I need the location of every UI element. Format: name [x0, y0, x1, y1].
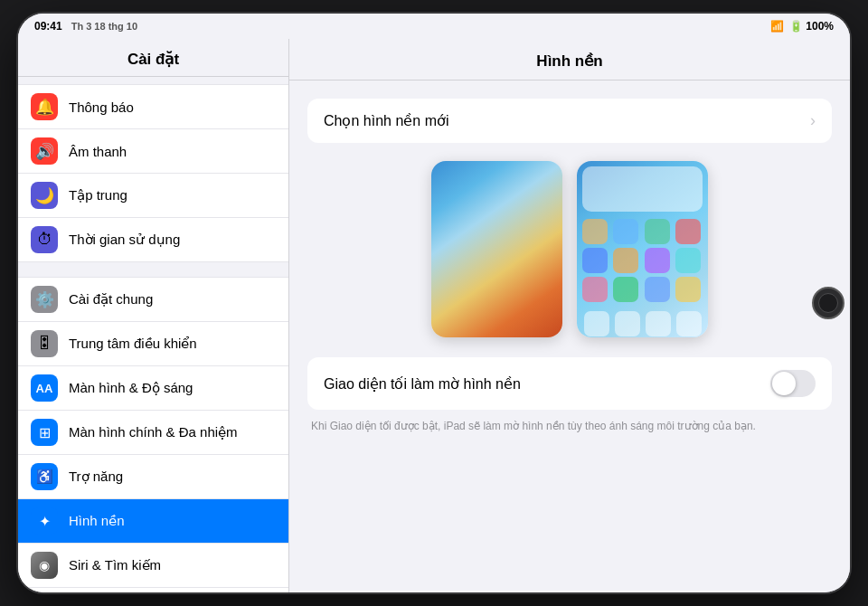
right-panel: Hình nền Chọn hình nền mới › — [289, 39, 850, 592]
home-app-icon — [582, 219, 608, 244]
dock-icon — [584, 311, 609, 336]
home-icon-grid — [582, 219, 703, 302]
dark-mode-description: Khi Giao diện tối được bật, iPad sẽ làm … — [307, 419, 832, 434]
tro-nang-label: Trợ năng — [69, 469, 123, 485]
tro-nang-icon: ♿ — [31, 463, 58, 490]
man-hinh-do-sang-icon: AA — [31, 374, 58, 402]
sidebar-item-cai-dat-chung[interactable]: ⚙️ Cài đặt chung — [18, 277, 288, 322]
am-thanh-label: Âm thanh — [69, 144, 127, 159]
lock-screen-wallpaper — [431, 161, 562, 337]
choose-wallpaper-label: Chọn hình nền mới — [324, 112, 449, 129]
choose-wallpaper-row[interactable]: Chọn hình nền mới › — [307, 99, 832, 143]
home-app-icon — [582, 277, 608, 302]
dock-icon — [676, 311, 702, 336]
sidebar-item-trung-tam[interactable]: 🎛 Trung tâm điều khiển — [18, 322, 288, 366]
hinh-nen-icon: ✦ — [31, 507, 58, 535]
sidebar-item-apple-pencil[interactable]: ✏ Apple Pencil — [18, 588, 288, 592]
home-button[interactable] — [812, 287, 844, 319]
panel-title: Hình nền — [289, 39, 850, 80]
cai-dat-chung-icon: ⚙️ — [31, 286, 58, 313]
home-app-icon — [645, 219, 670, 244]
home-button-inner — [818, 293, 838, 313]
man-hinh-chinh-label: Màn hình chính & Đa nhiệm — [69, 424, 238, 440]
home-app-icon — [675, 277, 701, 302]
sidebar-item-man-hinh-do-sang[interactable]: AA Màn hình & Độ sáng — [18, 366, 288, 411]
wifi-icon: 📶 — [770, 20, 784, 33]
cai-dat-chung-label: Cài đặt chung — [69, 291, 153, 308]
dock-icon — [615, 311, 640, 336]
home-app-icon — [613, 219, 638, 244]
tap-trung-label: Tập trung — [69, 187, 127, 204]
sidebar-item-man-hinh-chinh[interactable]: ⊞ Màn hình chính & Đa nhiệm — [18, 411, 288, 455]
am-thanh-icon: 🔊 — [31, 137, 58, 165]
status-icons: 📶 🔋 100% — [770, 20, 834, 33]
sidebar-item-hinh-nen[interactable]: ✦ Hình nền — [18, 499, 288, 544]
wallpaper-preview — [307, 161, 832, 337]
siri-label: Siri & Tìm kiếm — [69, 557, 161, 573]
ipad-frame: 09:41 Th 3 18 thg 10 📶 🔋 100% Cài đặt 🔔 … — [18, 14, 850, 592]
hinh-nen-label: Hình nền — [69, 513, 125, 529]
home-screen-preview[interactable] — [577, 161, 708, 337]
sidebar-section-2: ⚙️ Cài đặt chung 🎛 Trung tâm điều khiển … — [18, 277, 288, 592]
thong-bao-icon: 🔔 — [31, 93, 58, 120]
lock-screen-preview[interactable] — [431, 161, 562, 337]
dark-mode-row: Giao diện tối làm mờ hình nền — [307, 357, 832, 410]
home-app-icon — [645, 248, 670, 273]
toggle-knob — [772, 372, 796, 395]
home-app-icon — [675, 219, 701, 244]
sidebar-item-tro-nang[interactable]: ♿ Trợ năng — [18, 455, 288, 499]
dark-mode-toggle[interactable] — [770, 370, 816, 397]
home-widget-1 — [582, 166, 703, 212]
main-content: Cài đặt 🔔 Thông báo 🔊 Âm thanh 🌙 Tập tru… — [18, 39, 850, 592]
trung-tam-label: Trung tâm điều khiển — [69, 336, 197, 352]
trung-tam-icon: 🎛 — [31, 330, 58, 357]
sidebar-item-thoi-gian[interactable]: ⏱ Thời gian sử dụng — [18, 218, 288, 262]
status-time: 09:41 — [34, 20, 62, 33]
tap-trung-icon: 🌙 — [31, 182, 58, 209]
status-date: Th 3 18 thg 10 — [71, 21, 137, 32]
thoi-gian-label: Thời gian sử dụng — [69, 232, 180, 248]
sidebar-item-tap-trung[interactable]: 🌙 Tập trung — [18, 174, 288, 218]
sidebar-item-thong-bao[interactable]: 🔔 Thông báo — [18, 84, 288, 129]
dock-icon — [646, 311, 671, 336]
panel-body: Chọn hình nền mới › — [289, 80, 850, 592]
home-app-icon — [675, 248, 701, 273]
home-app-icon — [645, 277, 670, 302]
sidebar-item-am-thanh[interactable]: 🔊 Âm thanh — [18, 129, 288, 174]
sidebar-section-1: 🔔 Thông báo 🔊 Âm thanh 🌙 Tập trung ⏱ Thờ… — [18, 84, 288, 262]
dark-mode-label: Giao diện tối làm mờ hình nền — [324, 375, 521, 393]
home-app-icon — [582, 248, 608, 273]
sidebar-title: Cài đặt — [18, 39, 288, 77]
home-screen-wallpaper — [577, 161, 708, 337]
siri-icon: ◉ — [31, 552, 58, 579]
status-bar: 09:41 Th 3 18 thg 10 📶 🔋 100% — [18, 14, 850, 39]
man-hinh-chinh-icon: ⊞ — [31, 419, 58, 446]
home-app-icon — [613, 277, 638, 302]
thong-bao-label: Thông báo — [69, 99, 134, 115]
thoi-gian-icon: ⏱ — [31, 226, 58, 253]
sidebar-item-siri[interactable]: ◉ Siri & Tìm kiếm — [18, 544, 288, 588]
man-hinh-do-sang-label: Màn hình & Độ sáng — [69, 380, 193, 396]
sidebar: Cài đặt 🔔 Thông báo 🔊 Âm thanh 🌙 Tập tru… — [18, 39, 289, 592]
chevron-right-icon: › — [810, 111, 816, 130]
home-app-icon — [613, 248, 638, 273]
battery-icon: 🔋 100% — [789, 20, 834, 33]
